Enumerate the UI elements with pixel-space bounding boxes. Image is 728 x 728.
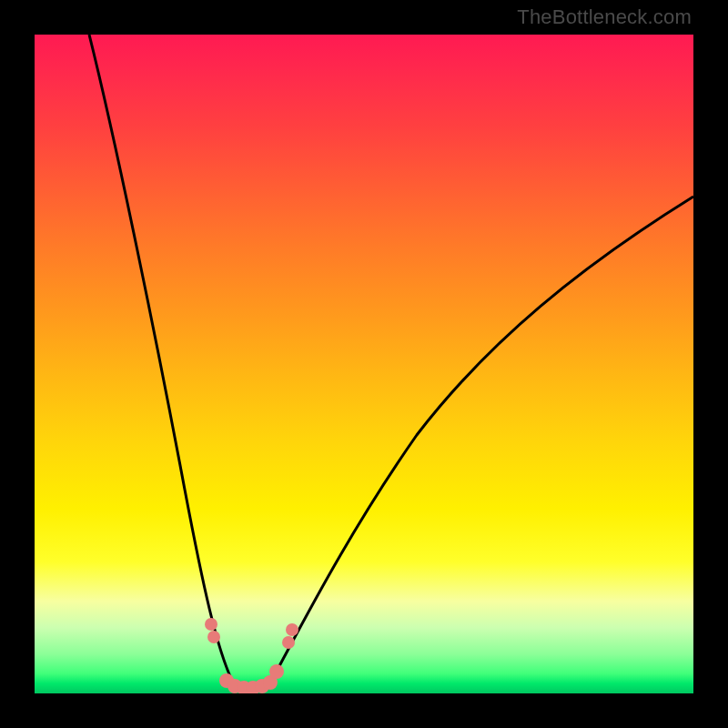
marker-dot (205, 618, 217, 631)
right-curve (249, 197, 693, 692)
marker-dot (286, 623, 298, 636)
left-curve (89, 35, 249, 692)
marker-dot (269, 664, 284, 679)
watermark-text: TheBottleneck.com (517, 5, 692, 29)
chart-frame: TheBottleneck.com (0, 0, 728, 728)
marker-dot (282, 636, 295, 649)
marker-dot (207, 631, 220, 643)
plot-area (35, 35, 693, 693)
curve-layer (35, 35, 693, 693)
